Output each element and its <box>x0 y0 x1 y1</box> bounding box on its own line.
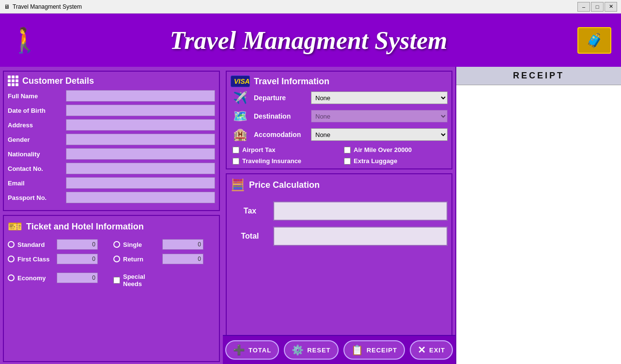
customer-details-section: Customer Details Full Name Date of Birth… <box>3 71 220 211</box>
economy-label: Economy <box>17 274 54 282</box>
customer-details-header: Customer Details <box>8 76 215 86</box>
reset-button[interactable]: ⚙️ RESET <box>284 340 338 360</box>
dob-input[interactable] <box>66 105 215 116</box>
action-buttons-bar: ➕ TOTAL ⚙️ RESET 📋 RECEIPT ✕ EXIT <box>223 335 455 364</box>
extra-luggage-label: Extra Luggage <box>354 157 397 165</box>
airport-tax-checkbox[interactable] <box>233 147 239 153</box>
travel-info-title: Travel Information <box>254 76 329 87</box>
return-row: Return <box>113 254 215 264</box>
email-row: Email <box>8 177 215 189</box>
maximize-button[interactable]: □ <box>591 2 604 12</box>
return-radio[interactable] <box>113 256 120 262</box>
left-panel: Customer Details Full Name Date of Birth… <box>0 67 223 364</box>
contact-input[interactable] <box>66 163 215 174</box>
price-calc-title: Price Calculation <box>249 180 320 190</box>
tax-input[interactable] <box>273 201 448 221</box>
contact-label: Contact No. <box>8 165 66 172</box>
special-needs-row: Special Needs <box>113 273 215 288</box>
receipt-label: RECEIPT <box>367 347 397 354</box>
accommodation-select[interactable]: None <box>311 128 448 141</box>
header: 🚶 Travel Managment System 🧳 <box>0 14 621 67</box>
extra-luggage-row: Extra Luggage <box>344 157 446 165</box>
firstclass-label: First Class <box>17 256 54 263</box>
app-icon: 🖥 <box>4 3 10 10</box>
gender-label: Gender <box>8 136 66 143</box>
email-input[interactable] <box>66 177 215 189</box>
main-content: Customer Details Full Name Date of Birth… <box>0 67 621 364</box>
airport-tax-label: Airport Tax <box>242 146 275 153</box>
ticket-grid: Standard Single First Class <box>8 239 215 288</box>
reset-label: RESET <box>307 347 330 354</box>
ticket-hotel-section: 🎫 Ticket and Hotel Information Standard … <box>3 215 220 362</box>
fullname-input[interactable] <box>66 90 215 102</box>
standard-input[interactable] <box>57 239 98 250</box>
hotel-icon: 🏨 <box>231 128 250 141</box>
dob-row: Date of Birth <box>8 105 215 116</box>
close-button[interactable]: ✕ <box>605 2 617 12</box>
tax-label: Tax <box>231 207 269 215</box>
firstclass-row: First Class <box>8 254 109 264</box>
traveler-icon: 🚶 <box>10 26 40 54</box>
destination-select[interactable]: None <box>311 110 448 122</box>
receipt-button[interactable]: 📋 RECEIPT <box>343 340 405 360</box>
receipt-title: RECEIPT <box>513 71 564 80</box>
air-mile-checkbox[interactable] <box>344 147 351 153</box>
travel-info-section: VISA Travel Information ✈️ Departure Non… <box>226 71 452 169</box>
minimize-button[interactable]: – <box>577 2 590 12</box>
standard-label: Standard <box>17 241 54 248</box>
air-mile-label: Air Mile Over 20000 <box>354 146 412 153</box>
firstclass-radio[interactable] <box>8 256 15 262</box>
travel-insurance-checkbox[interactable] <box>233 158 239 165</box>
address-label: Address <box>8 121 66 129</box>
economy-radio[interactable] <box>8 274 15 281</box>
visa-icon: VISA <box>231 76 250 87</box>
tax-row: Tax <box>231 201 448 221</box>
single-input[interactable] <box>162 239 203 250</box>
ticket-hotel-title: Ticket and Hotel Information <box>26 222 144 232</box>
departure-select[interactable]: None <box>311 91 448 104</box>
passport-label: Passport No. <box>8 194 66 201</box>
titlebar-left: 🖥 Travel Managment System <box>4 3 82 10</box>
middle-panel: VISA Travel Information ✈️ Departure Non… <box>223 67 455 364</box>
address-row: Address <box>8 119 215 131</box>
standard-row: Standard <box>8 239 109 250</box>
destination-row: 🗺️ Destination None <box>231 109 448 123</box>
destination-label: Destination <box>254 112 307 120</box>
plane-icon: ✈️ <box>231 91 250 105</box>
total-label: TOTAL <box>248 347 271 354</box>
price-calculation-section: 🧮 Price Calculation Tax Total <box>226 173 452 362</box>
departure-label: Departure <box>254 94 307 102</box>
titlebar-app-name: Travel Managment System <box>13 3 82 10</box>
checkboxes-area: Airport Tax Air Mile Over 20000 Travelin… <box>231 146 448 165</box>
receipt-header: RECEIPT <box>456 67 621 85</box>
address-input[interactable] <box>66 119 215 131</box>
travel-info-header: VISA Travel Information <box>231 76 448 87</box>
total-input[interactable] <box>273 227 448 246</box>
travel-insurance-label: Traveling Insurance <box>242 157 301 165</box>
accommodation-row: 🏨 Accomodation None <box>231 128 448 141</box>
travel-insurance-row: Traveling Insurance <box>233 157 334 165</box>
gender-input[interactable] <box>66 134 215 145</box>
exit-button[interactable]: ✕ EXIT <box>410 340 453 360</box>
air-mile-row: Air Mile Over 20000 <box>344 146 446 153</box>
extra-luggage-checkbox[interactable] <box>344 158 351 165</box>
dob-label: Date of Birth <box>8 107 66 114</box>
economy-input[interactable] <box>57 273 98 283</box>
single-row: Single <box>113 239 215 250</box>
return-label: Return <box>123 256 159 263</box>
nationality-input[interactable] <box>66 148 215 160</box>
single-radio[interactable] <box>113 241 120 248</box>
total-button[interactable]: ➕ TOTAL <box>225 340 279 360</box>
calculator-icon: 🧮 <box>231 178 245 192</box>
firstclass-input[interactable] <box>57 254 98 264</box>
ticket-hotel-icon: 🎫 <box>8 220 22 233</box>
special-needs-checkbox[interactable] <box>113 277 120 284</box>
standard-radio[interactable] <box>8 241 15 248</box>
app-title: Travel Managment System <box>40 26 577 55</box>
contact-row: Contact No. <box>8 163 215 174</box>
airport-tax-row: Airport Tax <box>233 146 334 153</box>
return-input[interactable] <box>162 254 203 264</box>
receipt-panel: RECEIPT <box>455 67 621 364</box>
email-label: Email <box>8 180 66 187</box>
passport-input[interactable] <box>66 192 215 203</box>
